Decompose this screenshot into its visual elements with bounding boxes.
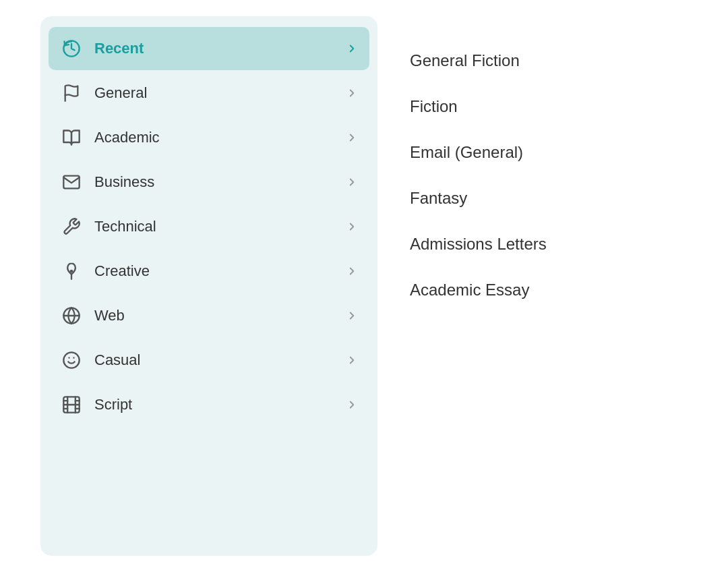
sidebar-item-academic-label: Academic <box>94 129 334 146</box>
sidebar-item-casual[interactable]: Casual <box>49 339 369 382</box>
sidebar-item-script-label: Script <box>94 396 334 413</box>
mail-icon <box>59 170 84 194</box>
sidebar-item-general[interactable]: General <box>49 72 369 115</box>
content-panel: General Fiction Fiction Email (General) … <box>377 16 688 556</box>
svg-point-6 <box>63 352 79 368</box>
content-item-fiction[interactable]: Fiction <box>410 84 655 130</box>
sidebar-item-casual-label: Casual <box>94 351 334 369</box>
sidebar-item-general-label: General <box>94 84 334 102</box>
pen-icon <box>59 259 84 283</box>
svg-point-2 <box>71 270 72 272</box>
chevron-icon <box>345 220 359 233</box>
book-icon <box>59 125 84 150</box>
chevron-icon <box>345 353 359 367</box>
chevron-icon <box>345 42 359 55</box>
chevron-icon <box>345 131 359 144</box>
sidebar-item-web-label: Web <box>94 307 334 324</box>
sidebar-item-recent[interactable]: Recent <box>49 27 369 70</box>
globe-icon <box>59 304 84 328</box>
sidebar-item-creative[interactable]: Creative <box>49 250 369 293</box>
content-item-admissions-letters[interactable]: Admissions Letters <box>410 221 655 267</box>
sidebar-item-creative-label: Creative <box>94 262 334 280</box>
content-item-academic-essay[interactable]: Academic Essay <box>410 267 655 313</box>
sidebar-item-academic[interactable]: Academic <box>49 116 369 159</box>
content-item-fantasy[interactable]: Fantasy <box>410 175 655 221</box>
sidebar-item-business[interactable]: Business <box>49 161 369 204</box>
main-container: Recent General <box>40 16 688 556</box>
content-item-general-fiction[interactable]: General Fiction <box>410 38 655 84</box>
recent-icon <box>59 36 84 61</box>
wrench-icon <box>59 214 84 239</box>
sidebar-item-business-label: Business <box>94 173 334 191</box>
chevron-icon <box>345 86 359 100</box>
sidebar-item-technical[interactable]: Technical <box>49 205 369 248</box>
sidebar-item-web[interactable]: Web <box>49 294 369 337</box>
flag-icon <box>59 81 84 105</box>
chevron-icon <box>345 264 359 278</box>
sidebar-item-technical-label: Technical <box>94 218 334 235</box>
content-item-email-general[interactable]: Email (General) <box>410 130 655 175</box>
chevron-icon <box>345 398 359 411</box>
sidebar-item-script[interactable]: Script <box>49 383 369 426</box>
chevron-icon <box>345 309 359 322</box>
sidebar: Recent General <box>40 16 377 556</box>
film-icon <box>59 393 84 417</box>
smile-icon <box>59 348 84 372</box>
chevron-icon <box>345 175 359 189</box>
sidebar-item-recent-label: Recent <box>94 40 334 57</box>
